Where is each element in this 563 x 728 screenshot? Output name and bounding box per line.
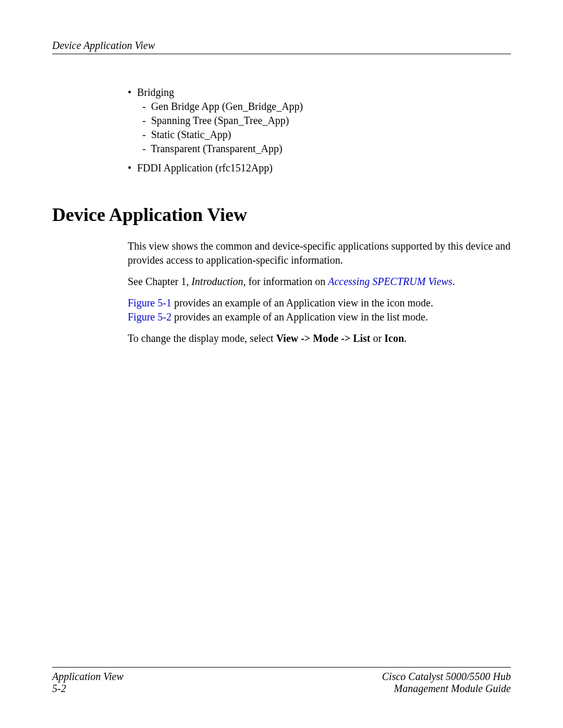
sub-list-item: - Static (Static_App): [142, 128, 511, 142]
bullet-icon: •: [128, 161, 137, 175]
text: for information on: [246, 276, 328, 287]
bullet-list: •Bridging - Gen Bridge App (Gen_Bridge_A…: [128, 85, 511, 175]
sub-list-item: - Transparent (Transparent_App): [142, 142, 511, 156]
text-bold: Icon: [384, 332, 404, 344]
sub-item-label: Spanning Tree (Span_Tree_App): [151, 115, 289, 126]
list-item: •Bridging: [128, 85, 511, 100]
figure-reference-link[interactable]: Figure 5-2: [128, 311, 172, 323]
text: .: [452, 276, 455, 287]
text: provides an example of an Application vi…: [172, 311, 428, 323]
paragraph: See Chapter 1, Introduction, for informa…: [128, 275, 511, 289]
list-item-label: FDDI Application (rfc1512App): [137, 162, 273, 174]
figure-reference-link[interactable]: Figure 5-1: [128, 297, 172, 309]
footer-row: Application View 5-2 Cisco Catalyst 5000…: [52, 671, 511, 695]
text: or: [371, 332, 385, 344]
sub-list-item: - Spanning Tree (Span_Tree_App): [142, 114, 511, 128]
footer-left: Application View 5-2: [52, 671, 124, 695]
paragraph: To change the display mode, select View …: [128, 331, 511, 346]
body-text: This view shows the common and device-sp…: [128, 239, 511, 346]
page-area: Device Application View •Bridging - Gen …: [52, 40, 511, 697]
footer-doc-subtitle: Management Module Guide: [394, 683, 511, 694]
running-header-title: Device Application View: [52, 40, 155, 51]
text: .: [404, 332, 407, 344]
text: provides an example of an Application vi…: [172, 297, 433, 309]
text: See Chapter 1,: [128, 276, 191, 287]
page-footer: Application View 5-2 Cisco Catalyst 5000…: [52, 667, 511, 695]
paragraph: Figure 5-1 provides an example of an App…: [128, 296, 511, 324]
text-italic: Introduction,: [191, 276, 246, 287]
list-item-label: Bridging: [137, 87, 174, 98]
section-heading: Device Application View: [52, 204, 511, 226]
sub-item-label: Gen Bridge App (Gen_Bridge_App): [151, 101, 303, 112]
text: To change the display mode, select: [128, 332, 276, 344]
bullet-icon: •: [128, 85, 137, 100]
sub-item-label: Static (Static_App): [151, 129, 231, 140]
sub-item-label: Transparent (Transparent_App): [151, 143, 282, 154]
footer-section-title: Application View: [52, 671, 124, 682]
footer-page-number: 5-2: [52, 683, 66, 694]
page-header: Device Application View: [52, 40, 511, 54]
footer-doc-title: Cisco Catalyst 5000/5500 Hub: [382, 671, 511, 682]
list-item: •FDDI Application (rfc1512App): [128, 161, 511, 175]
sub-list-item: - Gen Bridge App (Gen_Bridge_App): [142, 100, 511, 114]
paragraph: This view shows the common and device-sp…: [128, 239, 511, 267]
footer-right: Cisco Catalyst 5000/5500 Hub Management …: [382, 671, 511, 695]
text-bold: View -> Mode -> List: [276, 332, 371, 344]
page-content: •Bridging - Gen Bridge App (Gen_Bridge_A…: [52, 85, 511, 346]
cross-reference-link[interactable]: Accessing SPECTRUM Views: [328, 276, 452, 287]
